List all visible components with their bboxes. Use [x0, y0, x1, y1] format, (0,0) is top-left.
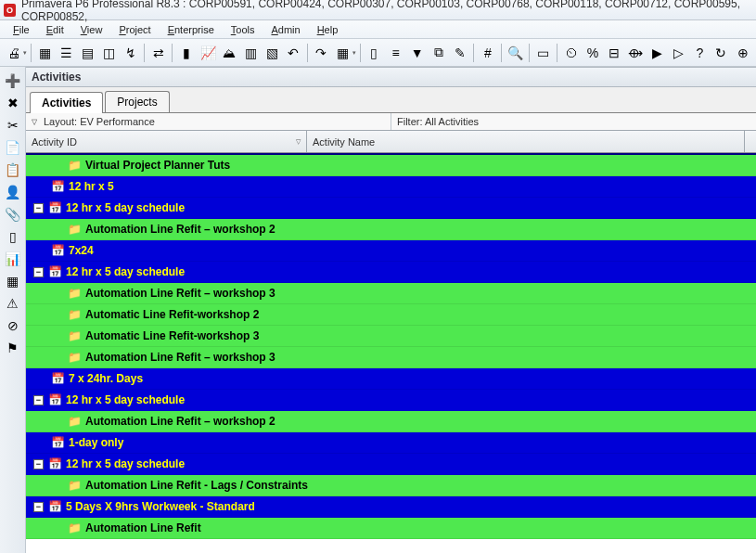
row-label: 7x24: [69, 244, 94, 257]
menu-file[interactable]: File: [6, 22, 37, 37]
refresh-button[interactable]: ↻: [711, 43, 731, 63]
tree-row[interactable]: 📅1-day only: [26, 432, 756, 454]
side-chart-button[interactable]: 📊: [3, 249, 23, 269]
tree-row[interactable]: −📅5 Days X 9hrs Workweek - Standard: [26, 496, 756, 518]
chart-area-button[interactable]: ⛰: [220, 43, 239, 63]
group-button[interactable]: ⧉: [429, 43, 448, 63]
menu-view[interactable]: View: [73, 22, 110, 37]
tree-row[interactable]: −📅12 hr x 5 day schedule: [26, 390, 756, 411]
expand-toggle[interactable]: −: [33, 203, 44, 213]
tree-row[interactable]: −📅12 hr x 5 day schedule: [26, 262, 756, 283]
expand-toggle[interactable]: −: [33, 502, 44, 512]
chart-bar-button[interactable]: ▮: [176, 43, 196, 63]
report-button[interactable]: ▭: [533, 43, 553, 63]
tree-row[interactable]: 📁Automation Line Refit: [26, 518, 756, 539]
menu-enterprise[interactable]: Enterprise: [160, 22, 222, 37]
filter-button[interactable]: ▼: [407, 43, 427, 63]
side-cut-button[interactable]: ✂: [3, 115, 23, 135]
table-button[interactable]: ▦: [333, 43, 352, 63]
tree-row[interactable]: 📁Automatic Line Refit-workshop 2: [26, 304, 756, 326]
menu-project[interactable]: Project: [111, 22, 158, 37]
expand-toggle[interactable]: −: [33, 395, 44, 405]
tree-row[interactable]: 📁Automation Line Refit – workshop 3: [26, 283, 756, 304]
dropdown-chevron-icon[interactable]: ▾: [23, 49, 27, 57]
menu-admin[interactable]: Admin: [263, 22, 307, 37]
chart-stack-button[interactable]: ▥: [241, 43, 261, 63]
side-delete-button[interactable]: ✖: [3, 93, 23, 113]
side-paste-button[interactable]: 📋: [3, 160, 23, 180]
view-network-button[interactable]: ◫: [99, 43, 119, 63]
menu-help[interactable]: Help: [310, 22, 346, 37]
side-circle-button[interactable]: ⊘: [3, 315, 23, 336]
row-label: Virtual Project Planner Tuts: [85, 159, 230, 172]
help-button[interactable]: ?: [690, 43, 710, 63]
tree-row[interactable]: 📁Automation Line Refit – workshop 2: [26, 411, 756, 432]
undo-button[interactable]: ↶: [284, 43, 303, 63]
progress2-button[interactable]: ▷: [669, 43, 688, 63]
side-error-button[interactable]: ⚠: [3, 293, 23, 314]
tree-row[interactable]: 📁Virtual Project Planner Tuts: [26, 155, 756, 176]
side-resources-button[interactable]: 👤: [3, 182, 23, 202]
tree-row[interactable]: 📅7x24: [26, 240, 756, 262]
calendar-icon: 📅: [50, 180, 65, 193]
side-add-button[interactable]: ➕: [3, 71, 23, 91]
calendar-icon: 📅: [47, 393, 62, 406]
side-wbs-button[interactable]: ▦: [3, 271, 23, 291]
folder-icon: 📁: [67, 287, 82, 300]
view-gantt-button[interactable]: ▤: [78, 43, 97, 63]
window-titlebar: O Primavera P6 Professional R8.3 : CORP0…: [0, 0, 756, 20]
view-trace-button[interactable]: ↯: [121, 43, 140, 63]
side-flag-button[interactable]: ⚑: [3, 338, 23, 358]
tree-row[interactable]: 📁Automation Line Refit – workshop 3: [26, 347, 756, 368]
column-overflow: [745, 131, 756, 152]
row-label: 12 hr x 5 day schedule: [66, 201, 185, 214]
toolbar-separator: [501, 44, 502, 62]
wizard-button[interactable]: ✎: [450, 43, 469, 63]
toolbar-separator: [144, 44, 145, 62]
hash-button[interactable]: #: [478, 43, 497, 63]
percent-button[interactable]: %: [583, 43, 602, 63]
column-activity-name[interactable]: Activity Name: [307, 131, 745, 152]
tab-activities[interactable]: Activities: [30, 92, 103, 113]
view-grid-button[interactable]: ▦: [35, 43, 55, 63]
layout-filter-bar: ▽ Layout: EV Performance Filter: All Act…: [26, 113, 756, 131]
find-button[interactable]: 🔍: [506, 43, 525, 63]
view-list-button[interactable]: ☰: [57, 43, 76, 63]
calendar-icon: 📅: [47, 500, 62, 513]
columns-button[interactable]: ▯: [365, 43, 384, 63]
rows-button[interactable]: ≡: [386, 43, 405, 63]
menu-tools[interactable]: Tools: [224, 22, 263, 37]
chart-line-button[interactable]: 📈: [198, 43, 217, 63]
timescale-button[interactable]: ⟴: [626, 43, 646, 63]
print-button[interactable]: 🖨: [4, 43, 23, 63]
tree-row[interactable]: 📁Automation Line Refit – workshop 2: [26, 219, 756, 240]
progress-button[interactable]: ▶: [647, 43, 667, 63]
tree-row[interactable]: 📁Automatic Line Refit-workshop 3: [26, 326, 756, 347]
view-leveling-button[interactable]: ⇄: [148, 43, 168, 63]
calendar-icon: 📅: [47, 201, 62, 214]
tree-row[interactable]: −📅12 hr x 5 day schedule: [26, 454, 756, 475]
tree-row[interactable]: 📁Automation Line Refit - Lags / Constrai…: [26, 475, 756, 496]
side-column-button[interactable]: ▯: [3, 226, 23, 247]
redo-button[interactable]: ↷: [312, 43, 331, 63]
baseline-button[interactable]: ⊟: [605, 43, 624, 63]
side-copy-button[interactable]: 📄: [3, 137, 23, 158]
plus-button[interactable]: ⊕: [733, 43, 752, 63]
layout-selector[interactable]: ▽ Layout: EV Performance: [26, 113, 391, 130]
expand-toggle[interactable]: −: [33, 267, 44, 277]
chart-stack2-button[interactable]: ▧: [263, 43, 282, 63]
expand-toggle[interactable]: −: [33, 459, 44, 469]
row-label: 7 x 24hr. Days: [69, 372, 143, 385]
tree-row[interactable]: −📅12 hr x 5 day schedule: [26, 198, 756, 219]
side-assign-button[interactable]: 📎: [3, 204, 23, 225]
calendar-icon: 📅: [50, 436, 65, 449]
activity-tree[interactable]: 📁Virtual Project Planner Tuts📅12 hr x 5−…: [26, 153, 756, 553]
schedule-button[interactable]: ⏲: [561, 43, 581, 63]
column-activity-id[interactable]: Activity ID ▽: [26, 131, 307, 152]
filter-display[interactable]: Filter: All Activities: [391, 113, 756, 130]
dropdown-chevron-icon[interactable]: ▾: [352, 49, 356, 57]
menu-edit[interactable]: Edit: [39, 22, 71, 37]
tree-row[interactable]: 📅7 x 24hr. Days: [26, 368, 756, 390]
tree-row[interactable]: 📅12 hr x 5: [26, 176, 756, 198]
tab-projects[interactable]: Projects: [105, 91, 169, 112]
